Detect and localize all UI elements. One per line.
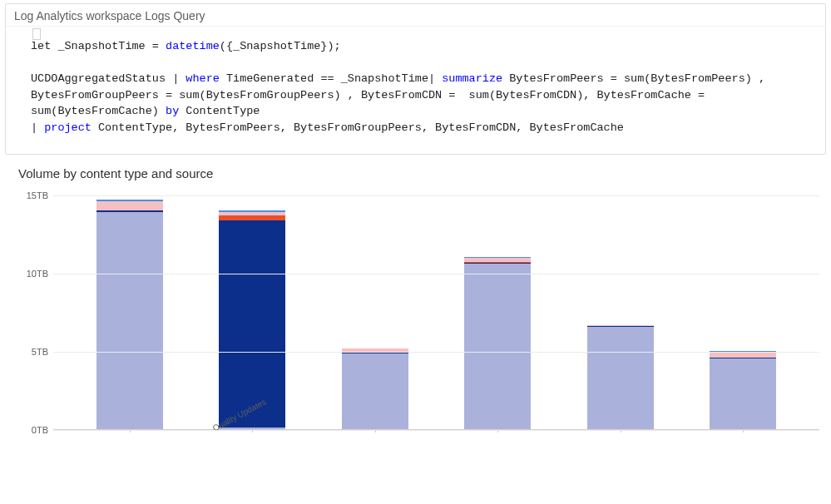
- chart-container: Quality Updates 0TB5TB10TB15TB: [0, 187, 831, 457]
- y-tick-label: 10TB: [18, 269, 48, 279]
- code-fold-icon[interactable]: [32, 28, 41, 40]
- gridline: [53, 352, 819, 353]
- code-editor[interactable]: let _SnapshotTime = datetime({_SnapshotT…: [6, 27, 825, 154]
- query-card: Log Analytics workspace Logs Query let _…: [5, 3, 826, 155]
- kusto-code[interactable]: let _SnapshotTime = datetime({_SnapshotT…: [31, 38, 817, 136]
- y-tick-label: 5TB: [18, 347, 48, 357]
- x-axis-labels: Quality Updates: [53, 433, 819, 457]
- gridline: [53, 430, 819, 431]
- gridline: [53, 274, 819, 274]
- gridline: [53, 195, 819, 196]
- y-tick-label: 15TB: [18, 190, 48, 200]
- chart-title: Volume by content type and source: [0, 163, 831, 187]
- bar-segment-bytesfrompeers[interactable]: [96, 201, 163, 210]
- bar-segment-bytesfromgrouppeers[interactable]: [219, 215, 285, 221]
- y-tick-label: 0TB: [18, 425, 48, 435]
- bar-slot: [191, 210, 314, 430]
- chart-plot-area: Quality Updates 0TB5TB10TB15TB: [18, 187, 819, 453]
- card-title: Log Analytics workspace Logs Query: [6, 4, 825, 27]
